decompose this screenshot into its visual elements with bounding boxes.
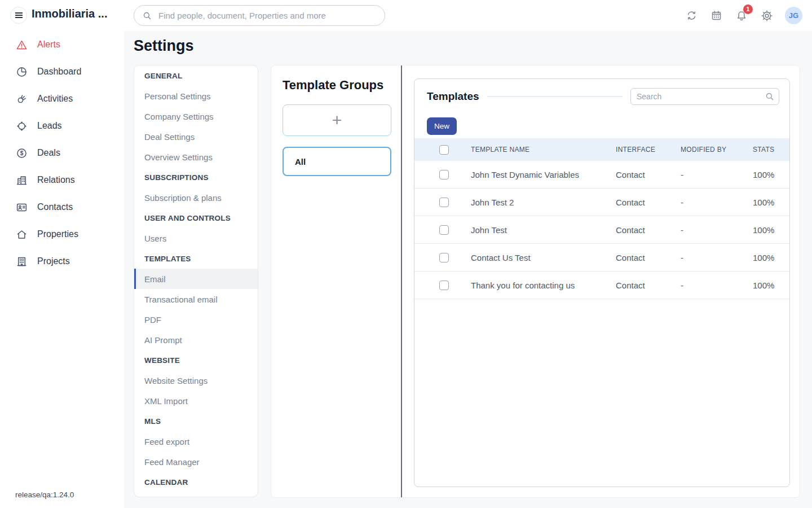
add-template-group-button[interactable]: + — [283, 104, 391, 136]
settings-nav-item-personal-settings[interactable]: Personal Settings — [134, 86, 258, 106]
templates-panel: Templates New TEMPLATE NAME INTERFACE MO… — [414, 78, 790, 487]
sidebar-item-relations[interactable]: Relations — [0, 167, 124, 194]
stats-cell: 100% — [753, 281, 789, 290]
template-groups-panel: Template Groups + All — [271, 65, 402, 497]
sidebar-item-activities[interactable]: Activities — [0, 85, 124, 112]
interface-cell: Contact — [616, 198, 681, 207]
menu-toggle-button[interactable] — [10, 7, 27, 24]
modified-by-cell: - — [681, 281, 753, 290]
comet-icon — [16, 93, 28, 105]
select-all-checkbox[interactable] — [439, 145, 449, 155]
sidebar-item-projects[interactable]: Projects — [0, 248, 124, 275]
alert-triangle-icon — [16, 39, 28, 51]
pie-chart-icon — [16, 66, 28, 78]
sidebar-item-leads[interactable]: Leads — [0, 112, 124, 139]
settings-nav-item-users[interactable]: Users — [134, 228, 258, 248]
table-row[interactable]: John Test 2 Contact - 100% — [414, 189, 789, 216]
settings-section-general: GENERAL — [134, 65, 258, 86]
notifications-button[interactable]: 1 — [734, 8, 749, 23]
new-template-button[interactable]: New — [427, 117, 457, 135]
template-name-cell[interactable]: John Test Dynamic Variables — [471, 170, 616, 179]
modified-by-cell: - — [681, 225, 753, 235]
svg-text:$: $ — [20, 150, 24, 156]
settings-nav-item-xml-import[interactable]: XML Import — [134, 391, 258, 411]
settings-nav: GENERAL Personal Settings Company Settin… — [134, 65, 258, 497]
contact-card-icon — [16, 202, 28, 213]
templates-table: TEMPLATE NAME INTERFACE MODIFIED BY STAT… — [414, 138, 789, 299]
dollar-circle-icon: $ — [16, 147, 28, 159]
template-groups-title: Template Groups — [283, 78, 401, 93]
template-group-all[interactable]: All — [283, 147, 391, 176]
buildings-icon — [16, 174, 28, 186]
sidebar-item-label: Relations — [37, 175, 75, 185]
settings-nav-item-email[interactable]: Email — [134, 269, 258, 289]
sidebar-item-dashboard[interactable]: Dashboard — [0, 58, 124, 85]
templates-search[interactable] — [630, 88, 779, 105]
page-title: Settings — [134, 37, 194, 55]
sidebar-item-label: Alerts — [37, 40, 60, 50]
sync-button[interactable] — [685, 8, 699, 23]
settings-section-templates: TEMPLATES — [134, 248, 258, 269]
settings-section-user-and-controls: USER AND CONTROLS — [134, 208, 258, 228]
sidebar-item-label: Leads — [37, 121, 62, 131]
template-name-cell[interactable]: Contact Us Test — [471, 253, 616, 262]
calendar-button[interactable] — [709, 8, 723, 23]
settings-nav-item-overview-settings[interactable]: Overview Settings — [134, 147, 258, 167]
sync-icon — [686, 10, 698, 21]
settings-nav-item-ai-prompt[interactable]: AI Prompt — [134, 330, 258, 350]
sidebar-item-properties[interactable]: Properties — [0, 221, 124, 248]
avatar[interactable]: JG — [785, 7, 802, 24]
templates-search-input[interactable] — [630, 88, 779, 105]
row-checkbox[interactable] — [439, 198, 449, 207]
settings-nav-item-company-settings[interactable]: Company Settings — [134, 106, 258, 126]
settings-button[interactable] — [760, 8, 774, 23]
table-row[interactable]: Contact Us Test Contact - 100% — [414, 244, 789, 271]
row-checkbox[interactable] — [439, 281, 449, 290]
settings-nav-item-website-settings[interactable]: Website Settings — [134, 370, 258, 391]
row-checkbox[interactable] — [439, 170, 449, 179]
gear-icon — [761, 10, 773, 22]
settings-section-mls: MLS — [134, 411, 258, 431]
sidebar-item-label: Dashboard — [37, 67, 81, 77]
template-name-cell[interactable]: Thank you for contacting us — [471, 281, 616, 290]
template-name-cell[interactable]: John Test 2 — [471, 198, 616, 207]
sidebar-item-label: Properties — [37, 229, 78, 239]
settings-nav-item-deal-settings[interactable]: Deal Settings — [134, 126, 258, 147]
calendar-icon — [710, 10, 722, 21]
row-checkbox[interactable] — [439, 253, 449, 262]
settings-nav-item-transactional-email[interactable]: Transactional email — [134, 289, 258, 309]
global-search-input[interactable] — [157, 10, 377, 21]
sidebar-item-contacts[interactable]: Contacts — [0, 194, 124, 221]
email-templates-panel: Template Groups + All Templates — [271, 65, 800, 498]
column-header-stats[interactable]: STATS — [753, 146, 789, 154]
stats-cell: 100% — [753, 253, 789, 262]
column-header-template-name[interactable]: TEMPLATE NAME — [471, 146, 616, 154]
target-icon — [16, 120, 28, 132]
template-name-cell[interactable]: John Test — [471, 225, 616, 235]
row-checkbox[interactable] — [439, 225, 449, 235]
settings-section-subscriptions: SUBSCRIPTIONS — [134, 167, 258, 187]
office-building-icon — [16, 256, 28, 268]
settings-nav-item-subscription-plans[interactable]: Subscription & plans — [134, 187, 258, 208]
interface-cell: Contact — [616, 170, 681, 179]
stats-cell: 100% — [753, 170, 789, 179]
column-header-interface[interactable]: INTERFACE — [616, 146, 681, 154]
column-header-modified-by[interactable]: MODIFIED BY — [681, 146, 753, 154]
hamburger-icon — [15, 15, 23, 16]
main-sidebar: Alerts Dashboard Activities Leads $ Deal… — [0, 31, 124, 508]
table-row[interactable]: John Test Dynamic Variables Contact - 10… — [414, 161, 789, 189]
modified-by-cell: - — [681, 198, 753, 207]
table-row[interactable]: Thank you for contacting us Contact - 10… — [414, 271, 789, 299]
sidebar-item-label: Activities — [37, 94, 73, 104]
plus-icon: + — [332, 112, 342, 129]
table-row[interactable]: John Test Contact - 100% — [414, 216, 789, 244]
templates-title: Templates — [427, 90, 479, 103]
settings-nav-item-feed-export[interactable]: Feed export — [134, 431, 258, 452]
settings-nav-item-pdf[interactable]: PDF — [134, 309, 258, 330]
stats-cell: 100% — [753, 225, 789, 235]
sidebar-item-deals[interactable]: $ Deals — [0, 139, 124, 167]
settings-nav-item-feed-manager[interactable]: Feed Manager — [134, 452, 258, 472]
modified-by-cell: - — [681, 253, 753, 262]
sidebar-item-alerts[interactable]: Alerts — [0, 31, 124, 58]
global-search[interactable] — [134, 5, 385, 26]
